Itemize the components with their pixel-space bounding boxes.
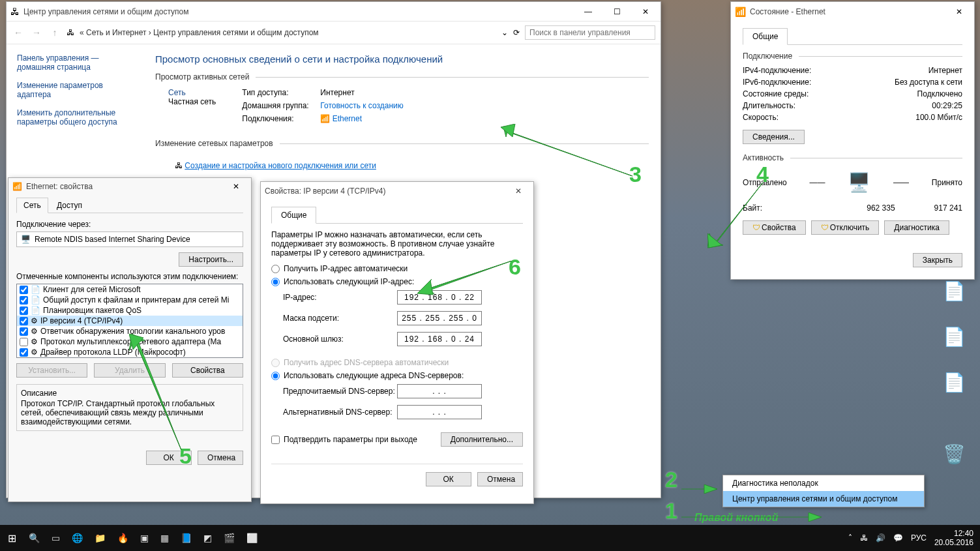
close-button[interactable]: Закрыть	[913, 253, 962, 267]
language-indicator[interactable]: РУС	[911, 533, 927, 543]
task-view-icon[interactable]: ▭	[52, 533, 60, 543]
list-item[interactable]: Клиент для сетей Microsoft	[43, 285, 141, 294]
component-checkbox[interactable]	[20, 327, 28, 336]
network-name: Сеть	[168, 88, 216, 97]
component-checkbox[interactable]	[20, 306, 28, 315]
activity-header: Активность	[743, 153, 962, 162]
volume-icon[interactable]: 🔊	[876, 533, 885, 543]
list-item[interactable]: Протокол мультиплексора сетевого адаптер…	[40, 337, 221, 346]
breadcrumb-icon: 🖧	[67, 28, 74, 37]
tab-network[interactable]: Сеть	[16, 198, 48, 213]
new-connection-link[interactable]: Создание и настройка нового подключения …	[185, 161, 376, 170]
maximize-icon[interactable]: ☐	[606, 7, 628, 16]
homegroup-label: Домашняя группа:	[242, 101, 320, 110]
details-button[interactable]: Сведения...	[743, 130, 805, 144]
network-icon: 🖧	[10, 7, 20, 17]
refresh-icon[interactable]: ⟳	[513, 28, 520, 37]
component-checkbox[interactable]	[20, 348, 28, 357]
close-icon[interactable]: ✕	[948, 7, 970, 16]
nc-sidebar: Панель управления — домашняя страница Из…	[7, 44, 143, 179]
list-item[interactable]: Планировщик пакетов QoS	[43, 306, 141, 315]
up-arrow-icon[interactable]: ↑	[48, 27, 61, 38]
properties-button[interactable]: 🛡Свойства	[743, 220, 806, 235]
list-item[interactable]: Драйвер протокола LLDP (Майкрософт)	[40, 348, 186, 357]
minimize-icon[interactable]: —	[577, 7, 599, 16]
app-icon[interactable]: ▦	[160, 533, 169, 543]
disable-button[interactable]: 🛡Отключить	[811, 220, 880, 235]
menu-network-center[interactable]: Центр управления сетями и общим доступом	[723, 491, 924, 507]
menu-diagnose[interactable]: Диагностика неполадок	[723, 475, 924, 491]
app-icon[interactable]: ◩	[203, 533, 212, 543]
clock[interactable]: 12:40 20.05.2016	[934, 529, 973, 548]
cancel-button[interactable]: Отмена	[198, 451, 243, 465]
subnet-mask-field[interactable]: 255 . 255 . 255 . 0	[397, 311, 482, 325]
install-button: Установить...	[16, 363, 87, 378]
recycle-bin-icon[interactable]: 🗑️	[941, 443, 967, 476]
tab-general[interactable]: Общие	[743, 28, 788, 45]
sidebar-sharing-settings[interactable]: Изменить дополнительные параметры общего…	[17, 108, 133, 127]
sidebar-adapter-settings[interactable]: Изменение параметров адаптера	[17, 81, 133, 99]
ipv4-value: Интернет	[928, 66, 962, 75]
validate-checkbox[interactable]	[271, 436, 280, 444]
chevron-up-icon[interactable]: ˄	[848, 533, 852, 543]
ipv4-properties-window: Свойства: IP версии 4 (TCP/IPv4) ✕ Общие…	[260, 181, 534, 504]
chrome-icon[interactable]: 🌐	[72, 533, 83, 543]
ok-button[interactable]: ОК	[146, 451, 192, 465]
dns2-field[interactable]: . . .	[397, 405, 482, 419]
component-checkbox[interactable]	[20, 286, 28, 294]
dropdown-icon[interactable]: ⌄	[501, 28, 508, 37]
close-icon[interactable]: ✕	[225, 182, 247, 191]
network-tray-icon[interactable]: 🖧	[860, 533, 868, 543]
firefox-icon[interactable]: 🔥	[117, 533, 128, 543]
search-input[interactable]	[525, 25, 655, 40]
radio-manual-dns[interactable]	[271, 372, 280, 380]
notifications-icon[interactable]: 💬	[893, 533, 903, 543]
component-checkbox[interactable]	[20, 296, 28, 305]
start-button[interactable]: ⊞	[0, 532, 23, 544]
dns1-field[interactable]: . . .	[397, 384, 482, 398]
taskbar: ⊞ 🔍 ▭ 🌐 📁 🔥 ▣ ▦ 📘 ◩ 🎬 ⬜ ˄ 🖧 🔊 💬 РУС 12:4…	[0, 525, 980, 551]
app-icon[interactable]: ▣	[140, 533, 149, 543]
cancel-button[interactable]: Отмена	[477, 472, 523, 486]
homegroup-link[interactable]: Готовность к созданию	[320, 101, 403, 110]
description-text: Протокол TCP/IP. Стандартный протокол гл…	[21, 399, 239, 426]
ok-button[interactable]: ОК	[426, 472, 471, 486]
desktop-file-icon[interactable]: 📄	[941, 280, 967, 313]
nc-titlebar[interactable]: 🖧 Центр управления сетями и общим доступ…	[7, 2, 661, 22]
radio-auto-ip[interactable]	[271, 265, 280, 273]
gateway-field[interactable]: 192 . 168 . 0 . 24	[397, 332, 482, 346]
components-list[interactable]: 📄Клиент для сетей Microsoft 📄Общий досту…	[16, 284, 243, 358]
desktop-file-icon[interactable]: 📄	[941, 326, 967, 359]
desktop-file-icon[interactable]: 📄	[941, 372, 967, 404]
advanced-button[interactable]: Дополнительно...	[441, 432, 523, 447]
speed-value: 100.0 Мбит/с	[915, 113, 962, 122]
tab-access[interactable]: Доступ	[50, 198, 89, 213]
list-item[interactable]: Ответчик обнаружения топологии канальног…	[40, 327, 225, 336]
ip-address-field[interactable]: 192 . 168 . 0 . 22	[397, 290, 482, 305]
forward-arrow-icon[interactable]: →	[30, 27, 43, 38]
list-item[interactable]: Общий доступ к файлам и принтерам для се…	[43, 295, 229, 305]
component-properties-button[interactable]: Свойства	[172, 363, 243, 378]
close-icon[interactable]: ✕	[507, 186, 529, 196]
ethernet-link[interactable]: Ethernet	[333, 114, 362, 123]
sidebar-home[interactable]: Панель управления — домашняя страница	[17, 53, 133, 72]
word-icon[interactable]: 📘	[181, 533, 192, 543]
diagnose-button[interactable]: Диагностика	[884, 220, 949, 235]
explorer-icon[interactable]: 📁	[95, 533, 106, 543]
radio-manual-ip[interactable]	[271, 278, 280, 286]
breadcrumb[interactable]: « Сеть и Интернет › Центр управления сет…	[80, 28, 319, 37]
component-checkbox[interactable]	[20, 317, 28, 325]
back-arrow-icon[interactable]: ←	[12, 27, 25, 38]
app-icon[interactable]: ⬜	[246, 533, 258, 543]
connections-label: Подключения:	[242, 114, 320, 123]
active-networks-label: Просмотр активных сетей	[155, 72, 649, 82]
film-icon[interactable]: 🎬	[224, 533, 235, 543]
bytes-sent: 962 335	[867, 203, 895, 213]
configure-button[interactable]: Настроить...	[179, 252, 243, 267]
tab-general[interactable]: Общие	[271, 207, 316, 224]
component-checkbox[interactable]	[20, 338, 28, 346]
list-item-ipv4[interactable]: IP версии 4 (TCP/IPv4)	[40, 316, 123, 325]
search-icon[interactable]: 🔍	[29, 533, 40, 543]
access-type-value: Интернет	[320, 88, 403, 97]
close-icon[interactable]: ✕	[634, 7, 657, 16]
